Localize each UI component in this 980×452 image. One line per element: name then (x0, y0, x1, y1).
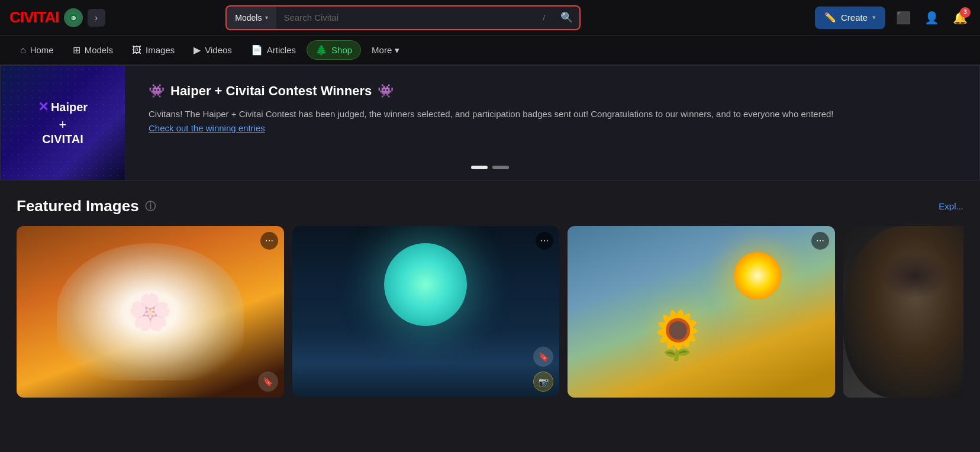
pencil-icon: ✏️ (824, 12, 836, 23)
plus-sign: + (38, 117, 88, 133)
bookmark-icon: 🔖 (263, 377, 273, 386)
search-slash-hint: / (534, 5, 553, 30)
card-2-actions: 🔖 📷 (533, 347, 553, 392)
notification-badge: 3 (960, 7, 971, 18)
card-2-menu-button[interactable]: ⋯ (536, 232, 553, 250)
search-button[interactable]: 🔍 (553, 5, 581, 30)
logo-text: CIVITAI (9, 8, 59, 27)
logo-ai: AI (45, 8, 59, 26)
nav-label-home: Home (30, 45, 54, 55)
search-area: Models ▾ / 🔍 (225, 5, 581, 30)
section-header: Featured Images ⓘ Expl... (17, 197, 963, 215)
image-card-4[interactable] (843, 226, 963, 398)
monitor-button[interactable]: ⬛ (892, 7, 914, 28)
nav-item-images[interactable]: 🖼 Images (124, 41, 183, 59)
image-3 (568, 226, 835, 398)
camera-icon: 📷 (539, 377, 549, 386)
shop-icon: 🌲 (315, 44, 327, 56)
models-icon: ⊞ (73, 44, 80, 56)
image-grid: ⋯ 🔖 ⋯ 🔖 📷 ⋯ (17, 226, 963, 398)
banner-content: 👾 Haiper + Civitai Contest Winners 👾 Civ… (125, 66, 979, 180)
home-icon: ⌂ (20, 45, 26, 56)
card-1-bookmark-button[interactable]: 🔖 (258, 372, 278, 392)
create-chevron-icon: ▾ (872, 14, 876, 21)
card-1-menu-button[interactable]: ⋯ (260, 232, 278, 250)
articles-icon: 📄 (251, 44, 263, 56)
banner-title-text: Haiper + Civitai Contest Winners (170, 83, 372, 99)
banner-dot-2[interactable] (492, 166, 509, 169)
haiper-brand-logo: Haiper (51, 101, 88, 114)
card-1-actions: 🔖 (258, 372, 278, 392)
bookmark-icon-2: 🔖 (539, 352, 549, 361)
banner-title: 👾 Haiper + Civitai Contest Winners 👾 (149, 83, 956, 99)
monitor-icon: ⬛ (896, 11, 911, 25)
civitai-logo-text: CIVITAI (38, 133, 88, 146)
featured-images-title: Featured Images (17, 197, 139, 215)
chevron-right-icon: › (95, 13, 98, 22)
nav-more-label: More (372, 45, 392, 55)
more-chevron-icon: ▾ (395, 45, 399, 56)
search-type-label: Models (235, 13, 262, 22)
nav-item-home[interactable]: ⌂ Home (12, 41, 62, 59)
explore-link[interactable]: Expl... (939, 201, 963, 211)
banner-emoji-left: 👾 (149, 83, 165, 99)
search-type-chevron-icon: ▾ (265, 14, 268, 21)
nav-item-articles[interactable]: 📄 Articles (243, 41, 304, 59)
user-icon: 👤 (924, 11, 939, 25)
info-icon[interactable]: ⓘ (145, 199, 156, 214)
image-2 (292, 226, 560, 398)
card-2-bookmark-button[interactable]: 🔖 (533, 347, 553, 367)
logo[interactable]: CIVITAI (9, 8, 59, 27)
nav-more-button[interactable]: More ▾ (363, 41, 408, 59)
banner-link[interactable]: Check out the winning entries (149, 123, 265, 133)
videos-icon: ▶ (194, 44, 201, 56)
nav-label-models: Models (85, 45, 113, 55)
card-2-camera-button[interactable]: 📷 (533, 372, 553, 392)
card-3-menu-button[interactable]: ⋯ (811, 232, 829, 250)
nav-label-articles: Articles (267, 45, 296, 55)
image-card-2[interactable]: ⋯ 🔖 📷 (292, 226, 560, 398)
banner-body-text: Civitans! The Haiper + Civitai Contest h… (149, 109, 834, 119)
nav-label-videos: Videos (205, 45, 232, 55)
svg-text:⑧: ⑧ (71, 15, 76, 21)
logo-badge[interactable]: ⑧ (64, 8, 83, 27)
notification-button[interactable]: 🔔 3 (949, 7, 971, 28)
create-label: Create (841, 12, 868, 22)
banner-body: Civitans! The Haiper + Civitai Contest h… (149, 107, 859, 135)
search-type-button[interactable]: Models ▾ (225, 5, 276, 30)
image-card-1[interactable]: ⋯ 🔖 (17, 226, 284, 398)
images-icon: 🖼 (132, 45, 141, 56)
banner-emoji-right: 👾 (378, 83, 394, 99)
nav-item-videos[interactable]: ▶ Videos (185, 41, 240, 59)
navbar: ⌂ Home ⊞ Models 🖼 Images ▶ Videos 📄 Arti… (0, 35, 980, 65)
featured-images-section: Featured Images ⓘ Expl... ⋯ 🔖 ⋯ 🔖 (0, 180, 980, 398)
topbar-right: ✏️ Create ▾ ⬛ 👤 🔔 3 (815, 7, 971, 29)
image-1 (17, 226, 284, 398)
nav-item-shop[interactable]: 🌲 Shop (307, 40, 361, 60)
nav-label-shop: Shop (331, 45, 352, 55)
search-icon: 🔍 (560, 11, 573, 24)
create-button[interactable]: ✏️ Create ▾ (815, 7, 885, 29)
banner-image: ✕ Haiper + CIVITAI (1, 66, 125, 180)
image-4 (843, 226, 963, 398)
nav-item-models[interactable]: ⊞ Models (65, 41, 121, 59)
banner-dot-1[interactable] (471, 166, 488, 169)
nav-label-images: Images (146, 45, 175, 55)
user-button[interactable]: 👤 (921, 7, 942, 28)
search-input[interactable] (276, 5, 534, 30)
section-title-area: Featured Images ⓘ (17, 197, 156, 215)
banner-image-content: ✕ Haiper + CIVITAI (38, 99, 88, 146)
banner: ✕ Haiper + CIVITAI 👾 Haiper + Civitai Co… (0, 65, 980, 180)
logo-arrow-btn[interactable]: › (88, 9, 105, 27)
logo-area: CIVITAI ⑧ › (9, 8, 105, 27)
image-card-3[interactable]: ⋯ (568, 226, 835, 398)
banner-pagination (471, 166, 509, 169)
topbar: CIVITAI ⑧ › Models ▾ / 🔍 ✏️ Create (0, 0, 980, 35)
logo-civit: CIVIT (9, 8, 45, 26)
